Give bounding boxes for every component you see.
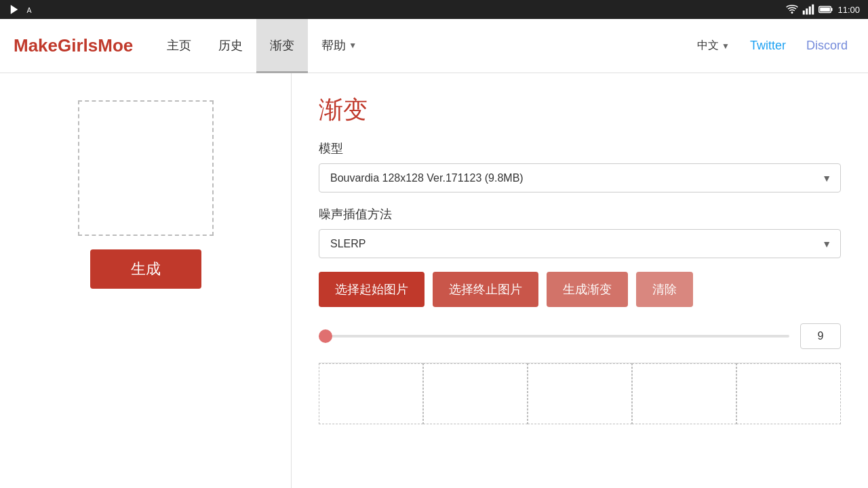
nav-gradient[interactable]: 渐变: [256, 19, 308, 73]
svg-rect-6: [812, 5, 814, 15]
select-end-button[interactable]: 选择终止图片: [433, 272, 538, 307]
left-panel: 生成: [0, 73, 292, 488]
model-label: 模型: [319, 140, 841, 157]
noise-select[interactable]: SLERP: [319, 229, 841, 258]
discord-link[interactable]: Discord: [800, 39, 854, 53]
slider-value-display: 9: [800, 323, 841, 349]
twitter-link[interactable]: Twitter: [743, 39, 793, 53]
translate-icon: A: [26, 3, 38, 16]
status-right: 11:00: [786, 3, 860, 16]
svg-marker-0: [11, 5, 18, 14]
signal-icon: [802, 3, 814, 16]
slider-row: 9: [319, 323, 841, 349]
svg-rect-5: [809, 7, 811, 15]
brand-logo[interactable]: MakeGirlsMoe: [14, 35, 133, 56]
main-layout: 生成 渐变 模型 Bouvardia 128x128 Ver.171123 (9…: [0, 73, 868, 488]
nav-history[interactable]: 历史: [205, 19, 256, 73]
svg-rect-3: [803, 11, 805, 15]
select-start-button[interactable]: 选择起始图片: [319, 272, 425, 307]
svg-rect-4: [806, 9, 808, 15]
nav-home[interactable]: 主页: [153, 19, 205, 73]
noise-label: 噪声插值方法: [319, 206, 841, 222]
right-panel: 渐变 模型 Bouvardia 128x128 Ver.171123 (9.8M…: [292, 73, 868, 488]
noise-select-wrapper: SLERP ▼: [319, 229, 841, 258]
navbar: MakeGirlsMoe 主页 历史 渐变 帮助 ▼ 中文 ▼ Twitter …: [0, 19, 868, 73]
action-buttons: 选择起始图片 选择终止图片 生成渐变 清除: [319, 272, 841, 307]
grid-cell-1: [319, 363, 423, 424]
svg-point-2: [791, 12, 793, 14]
svg-rect-8: [831, 8, 833, 11]
status-left: A: [8, 3, 38, 16]
status-bar: A 11:00: [0, 0, 868, 19]
model-select[interactable]: Bouvardia 128x128 Ver.171123 (9.8MB): [319, 163, 841, 192]
model-select-wrapper: Bouvardia 128x128 Ver.171123 (9.8MB) ▼: [319, 163, 841, 192]
page-title: 渐变: [319, 94, 841, 127]
nav-help[interactable]: 帮助 ▼: [308, 19, 370, 73]
image-preview: [78, 100, 214, 236]
battery-icon: [818, 3, 833, 16]
frames-slider[interactable]: [319, 335, 789, 338]
help-dropdown-arrow: ▼: [349, 41, 357, 50]
generate-gradient-button[interactable]: 生成渐变: [547, 272, 628, 307]
lang-dropdown-arrow: ▼: [722, 41, 730, 51]
output-image-grid: [319, 363, 841, 424]
clear-button[interactable]: 清除: [636, 272, 693, 307]
grid-cell-5: [736, 363, 841, 424]
language-selector[interactable]: 中文 ▼: [690, 39, 736, 53]
time-display: 11:00: [837, 5, 860, 15]
grid-cell-4: [632, 363, 736, 424]
svg-rect-9: [821, 7, 831, 12]
grid-cell-2: [423, 363, 528, 424]
svg-text:A: A: [27, 6, 32, 14]
wifi-icon: [786, 3, 798, 16]
grid-cell-3: [528, 363, 632, 424]
play-icon: [8, 3, 20, 16]
nav-right: 中文 ▼ Twitter Discord: [690, 39, 854, 53]
generate-button[interactable]: 生成: [90, 249, 201, 289]
